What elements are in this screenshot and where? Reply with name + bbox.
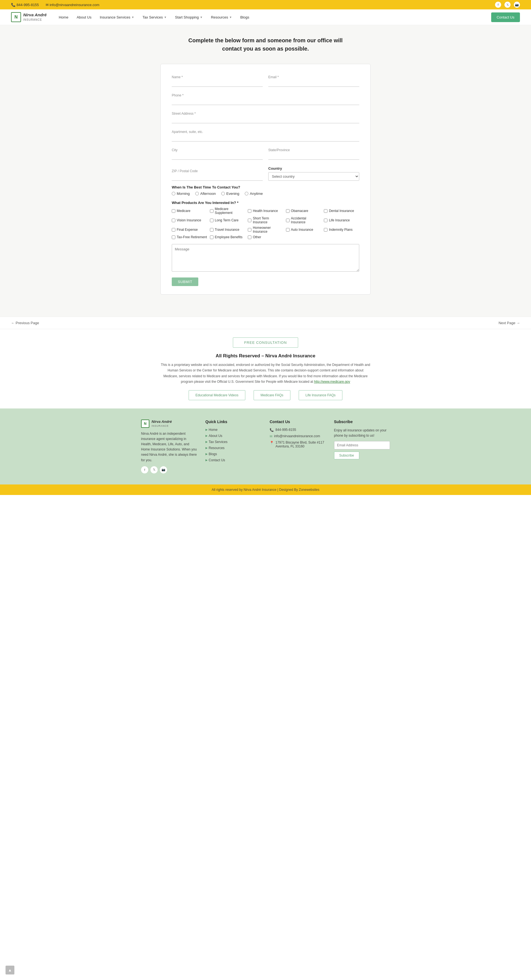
arrow-icon: ▶ [206,458,208,461]
footer-brand-col: N Nirva André INSURANCE Nirva André is a… [141,420,197,473]
subscribe-button[interactable]: Subscribe [334,452,359,459]
navbar: N Nirva André INSURANCE Home About Us In… [0,10,531,25]
footer-description: Nirva André is an independent insurance … [141,431,197,463]
nav-tax[interactable]: Tax Services ▼ [139,13,171,22]
radio-evening[interactable]: Evening [221,191,239,196]
facebook-icon[interactable]: f [495,2,501,8]
phone-number: 844-995-8155 [17,3,39,7]
social-icons: f 𝕏 📷 [495,2,520,8]
medicare-link[interactable]: http://www.medicare.gov [314,380,350,383]
next-page-link[interactable]: Next Page → [499,321,520,325]
name-input[interactable] [172,80,263,87]
faq-btn-educational-medicare-videos[interactable]: Educational Medicare Videos [189,390,245,400]
checkbox-medicare[interactable]: Medicare [172,207,207,215]
phone-group: Phone * [172,94,359,105]
radio-morning[interactable]: Morning [172,191,190,196]
footer-instagram-icon[interactable]: 📷 [160,466,167,473]
street-input[interactable] [172,117,359,123]
all-rights-title: All Rights Reserved – Nirva André Insura… [6,353,525,359]
footer-twitter-icon[interactable]: 𝕏 [150,466,158,473]
footer-quick-links-title: Quick Links [206,420,262,424]
nav-about[interactable]: About Us [73,13,95,22]
email-item: ✉ info@nirvaandreinsurance.com [46,3,100,7]
checkbox-other[interactable]: Other [248,235,283,239]
message-textarea[interactable] [172,244,359,272]
checkbox-tax-free-retirement[interactable]: Tax-Free Retirement [172,235,207,239]
nav-insurance[interactable]: Insurance Services ▼ [96,13,138,22]
radio-afternoon[interactable]: Afternoon [195,191,216,196]
footer-logo-text: Nirva André INSURANCE [151,420,172,428]
instagram-icon[interactable]: 📷 [514,2,520,8]
subscribe-email-input[interactable] [334,441,390,449]
nav-resources[interactable]: Resources ▼ [207,13,236,22]
checkbox-long-term-care[interactable]: Long Term Care [210,216,245,224]
checkbox-short-term-insurance[interactable]: Short Term Insurance [248,216,283,224]
chevron-down-icon: ▼ [164,16,167,19]
free-consult-button[interactable]: FREE CONSULTATION [233,337,298,348]
logo[interactable]: N Nirva André INSURANCE [11,12,46,22]
chevron-down-icon: ▼ [131,16,134,19]
submit-button[interactable]: SUBMIT [172,277,198,286]
checkbox-vision-insurance[interactable]: Vision Insurance [172,216,207,224]
footer-address: 📍 17971 Biscayne Blvd, Suite #117 Aventu… [269,441,326,448]
email-icon: ✉ [269,434,273,438]
footer-link-tax-services[interactable]: ▶ Tax Services [206,440,262,444]
city-input[interactable] [172,153,263,160]
country-select[interactable]: Select country United States Canada Mexi… [268,172,359,181]
checkbox-dental-insurance[interactable]: Dental Insurance [324,207,359,215]
checkbox-travel-insurance[interactable]: Travel Insurance [210,226,245,234]
footer-link-home[interactable]: ▶ Home [206,428,262,432]
radio-anytime[interactable]: Anytime [245,191,263,196]
checkbox-employee-benefits[interactable]: Employee Benefits [210,235,245,239]
best-time-label: When Is The Best Time To Contact You? [172,185,359,189]
arrow-icon: ▶ [206,446,208,449]
state-label: State/Province [268,148,359,152]
apt-input[interactable] [172,135,359,142]
name-label: Name * [172,75,263,79]
footer-logo: N Nirva André INSURANCE [141,420,197,428]
footer-facebook-icon[interactable]: f [141,466,148,473]
bottom-footer: All rights reserved by Nirva André Insur… [0,484,531,495]
checkbox-final-expense[interactable]: Final Expense [172,226,207,234]
nav-shopping[interactable]: Start Shopping ▼ [171,13,207,22]
checkbox-grid: Medicare Medicare Supplement Health Insu… [172,207,359,239]
checkbox-accidental-insurance[interactable]: Accidental Insurance [286,216,321,224]
email-label: Email * [268,75,359,79]
checkbox-health-insurance[interactable]: Health Insurance [248,207,283,215]
nav-home[interactable]: Home [55,13,72,22]
phone-label: Phone * [172,94,359,97]
faq-btn-medicare-faqs[interactable]: Medicare FAQs [254,390,290,400]
phone-input[interactable] [172,99,359,105]
free-consult-section: FREE CONSULTATION All Rights Reserved – … [0,329,531,409]
phone-row: Phone * [172,94,359,105]
checkbox-homeowner-insurance[interactable]: Homeowner Insurance [248,226,283,234]
footer-contact-col: Contact Us 📞 844-995-8155 ✉ info@nirvaan… [269,420,326,473]
zip-input[interactable] [172,174,263,181]
state-input[interactable] [268,153,359,160]
checkbox-obamacare[interactable]: Obamacare [286,207,321,215]
footer-link-about-us[interactable]: ▶ About Us [206,434,262,438]
contact-form-card: Name * Email * Phone * Street Address * [160,64,371,294]
footer-link-contact-us[interactable]: ▶ Contact Us [206,458,262,462]
arrow-icon: ▶ [206,434,208,437]
nav-blogs[interactable]: Blogs [236,13,254,22]
footer-contact-title: Contact Us [269,420,326,424]
checkbox-indemnity-plans[interactable]: Indemnity Plans [324,226,359,234]
prev-page-link[interactable]: ← Previous Page [11,321,39,325]
phone-item: 📞 844-995-8155 [11,3,39,7]
contact-us-button[interactable]: Contact Us [491,13,520,22]
twitter-icon[interactable]: 𝕏 [504,2,510,8]
faq-btn-life-insurance-faqs[interactable]: Life Insurance FAQs [299,390,343,400]
zip-group: ZIP / Postal Code [172,169,263,181]
products-section: What Products Are You Interested In? * M… [172,200,359,239]
zip-label: ZIP / Postal Code [172,169,263,173]
arrow-icon: ▶ [206,440,208,443]
checkbox-medicare-supplement[interactable]: Medicare Supplement [210,207,245,215]
footer-link-blogs[interactable]: ▶ Blogs [206,452,262,456]
checkbox-auto-insurance[interactable]: Auto Insurance [286,226,321,234]
email-input[interactable] [268,80,359,87]
country-label: Country [268,166,359,170]
footer-link-resources[interactable]: ▶ Resources [206,446,262,450]
footer-subscribe-title: Subscribe [334,420,390,424]
checkbox-life-insurance[interactable]: Life Insurance [324,216,359,224]
